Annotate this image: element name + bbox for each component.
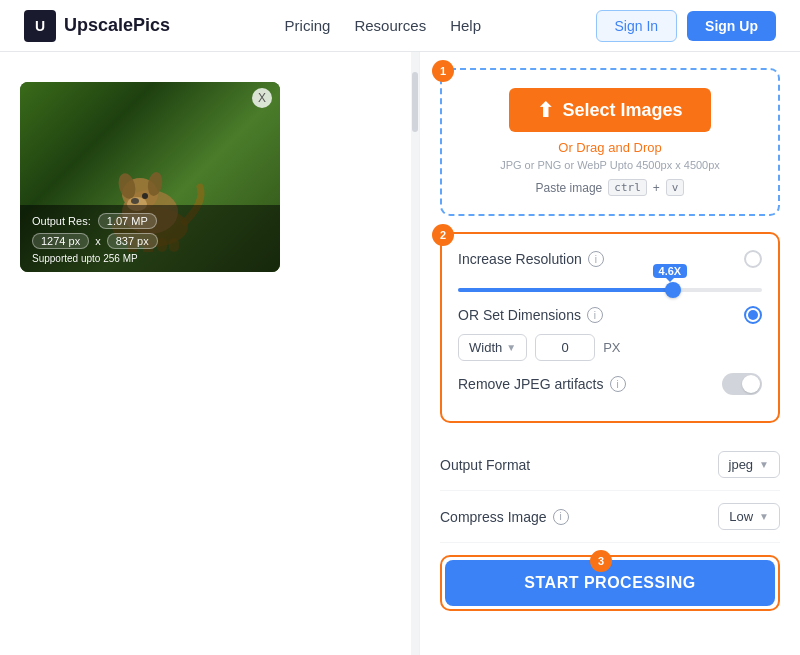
increase-resolution-label: Increase Resolution i [458,251,604,267]
logo-area: U UpscalePics [24,10,170,42]
set-dimensions-info-icon[interactable]: i [587,307,603,323]
output-res-label: Output Res: 1.07 MP [32,213,268,229]
remove-jpeg-row: Remove JPEG artifacts i [458,373,762,395]
settings-panel: 2 Increase Resolution i 4.6X [440,232,780,423]
nav-item-pricing[interactable]: Pricing [285,17,331,34]
radio-inner [748,310,758,320]
upload-icon: ⬆ [537,98,554,122]
slider-fill [458,288,671,292]
logo-text: UpscalePics [64,15,170,36]
image-container: X Output Res: 1.07 MP 1274 px x 837 px S… [20,82,280,272]
format-text: JPG or PNG or WebP Upto 4500px x 4500px [458,159,762,171]
right-panel: 1 ⬆ Select Images Or Drag and Drop JPG o… [420,52,800,655]
width-chevron-icon: ▼ [506,342,516,353]
compress-info-icon[interactable]: i [553,509,569,525]
svg-point-7 [142,193,148,199]
nav-item-help[interactable]: Help [450,17,481,34]
supported-text: Supported upto 256 MP [32,253,268,264]
upload-area: 1 ⬆ Select Images Or Drag and Drop JPG o… [440,68,780,216]
logo-icon: U [24,10,56,42]
select-images-button[interactable]: ⬆ Select Images [509,88,710,132]
step-badge-1: 1 [432,60,454,82]
image-info: Output Res: 1.07 MP 1274 px x 837 px Sup… [20,205,280,272]
nav-item-resources[interactable]: Resources [354,17,426,34]
compress-image-label: Compress Image i [440,509,569,525]
dimension-input[interactable] [535,334,595,361]
slider-label: 4.6X [653,264,688,278]
scroll-thumb [412,72,418,132]
compress-image-select[interactable]: Low ▼ [718,503,780,530]
increase-resolution-radio[interactable] [744,250,762,268]
left-panel: X Output Res: 1.07 MP 1274 px x 837 px S… [0,52,420,655]
select-images-label: Select Images [562,100,682,121]
slider-container: 4.6X [458,288,762,292]
width-badge: 1274 px [32,233,89,249]
remove-jpeg-label: Remove JPEG artifacts i [458,376,626,392]
dims-row: 1274 px x 837 px [32,233,268,249]
px-label: PX [603,340,620,355]
set-dimensions-label: OR Set Dimensions i [458,307,603,323]
set-dimensions-radio[interactable] [744,306,762,324]
width-select[interactable]: Width ▼ [458,334,527,361]
v-key: v [666,179,685,196]
output-format-row: Output Format jpeg ▼ [440,439,780,491]
increase-resolution-row: Increase Resolution i [458,250,762,268]
nav: Pricing Resources Help [285,17,481,34]
start-processing-container: 3 START PROCESSING [440,543,780,623]
header-actions: Sign In Sign Up [596,10,776,42]
compress-image-row: Compress Image i Low ▼ [440,491,780,543]
output-format-select[interactable]: jpeg ▼ [718,451,780,478]
increase-res-info-icon[interactable]: i [588,251,604,267]
height-badge: 837 px [107,233,158,249]
ctrl-key: ctrl [608,179,647,196]
output-res-badge: 1.07 MP [98,213,157,229]
dimensions-inputs: Width ▼ PX [458,334,762,361]
paste-row: Paste image ctrl + v [458,179,762,196]
svg-point-6 [131,198,139,204]
remove-jpeg-info-icon[interactable]: i [610,376,626,392]
toggle-thumb [742,375,760,393]
output-format-chevron-icon: ▼ [759,459,769,470]
start-btn-outline: 3 START PROCESSING [440,555,780,611]
scrollbar[interactable] [411,52,419,655]
main-layout: X Output Res: 1.07 MP 1274 px x 837 px S… [0,52,800,655]
close-image-button[interactable]: X [252,88,272,108]
signup-button[interactable]: Sign Up [687,11,776,41]
remove-jpeg-toggle[interactable] [722,373,762,395]
header: U UpscalePics Pricing Resources Help Sig… [0,0,800,52]
start-btn-wrapper: 3 START PROCESSING [445,560,775,606]
drag-drop-text: Or Drag and Drop [458,140,762,155]
set-dimensions-row: OR Set Dimensions i [458,306,762,324]
compress-chevron-icon: ▼ [759,511,769,522]
step-badge-2: 2 [432,224,454,246]
step-badge-3: 3 [590,550,612,572]
slider-track [458,288,762,292]
slider-thumb[interactable] [665,282,681,298]
signin-button[interactable]: Sign In [596,10,678,42]
output-format-label: Output Format [440,457,530,473]
